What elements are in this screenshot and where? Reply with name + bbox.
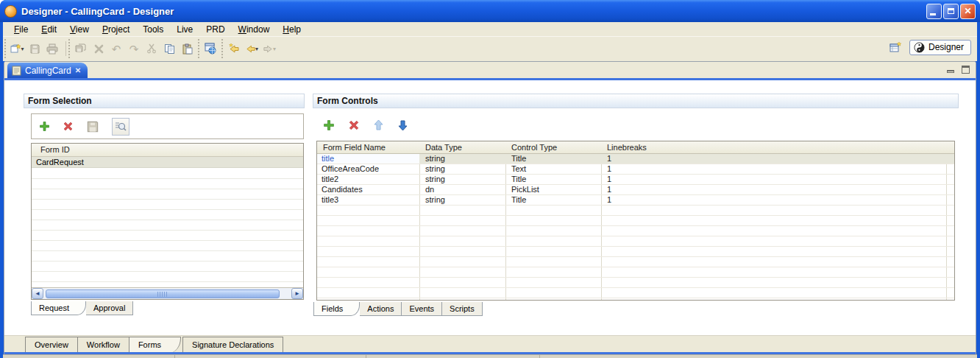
tab-forms[interactable]: Forms	[129, 337, 181, 353]
column-header-linebreaks[interactable]: Linebreaks	[601, 141, 954, 153]
new-wizard-icon	[10, 43, 21, 55]
delete-form-button[interactable]	[63, 121, 74, 132]
app-window: Designer - CallingCard - Designer ✕ File…	[0, 0, 980, 358]
last-edit-location-button[interactable]	[225, 40, 243, 57]
tab-events[interactable]: Events	[402, 302, 442, 316]
tab-overview[interactable]: Overview	[25, 337, 78, 353]
cell-control-type[interactable]: Title	[505, 154, 601, 164]
paste-button[interactable]	[178, 40, 196, 57]
save-all-button[interactable]	[72, 40, 90, 57]
undo-button[interactable]: ↶	[107, 40, 125, 57]
cell-linebreaks[interactable]: 1	[601, 164, 954, 174]
paste-icon	[182, 43, 193, 55]
cell-linebreaks[interactable]: 1	[601, 195, 954, 205]
preview-form-button[interactable]	[112, 118, 129, 136]
menu-item-tools[interactable]: Tools	[136, 24, 170, 35]
move-down-button[interactable]	[397, 119, 408, 131]
table-row-title3[interactable]: title3 string Title 1	[317, 195, 954, 206]
table-row-title[interactable]: title string Title 1	[317, 154, 954, 164]
column-header-form-field-name[interactable]: Form Field Name	[317, 141, 419, 153]
redo-button[interactable]: ↷	[125, 40, 143, 57]
delete-button[interactable]	[90, 40, 107, 57]
cell-control-type[interactable]: Title	[505, 175, 601, 184]
tab-close-icon[interactable]: ✕	[75, 66, 81, 74]
tab-workflow[interactable]: Workflow	[78, 337, 129, 353]
maximize-icon	[948, 8, 954, 14]
undo-icon: ↶	[112, 43, 121, 55]
cell-linebreaks[interactable]: 1	[601, 154, 954, 164]
cell-field-name[interactable]: title3	[317, 195, 419, 205]
cell-linebreaks[interactable]: 1	[601, 185, 954, 194]
form-controls-header: Form Controls	[313, 94, 959, 108]
new-dropdown-caret[interactable]: ▾	[21, 46, 24, 52]
form-id-column-header[interactable]: Form ID	[32, 144, 303, 157]
form-selection-header: Form Selection	[24, 94, 305, 108]
back-button[interactable]: ▾	[243, 40, 260, 57]
cell-linebreaks[interactable]: 1	[601, 175, 954, 184]
tab-actions[interactable]: Actions	[360, 302, 402, 316]
cell-data-type[interactable]: dn	[419, 185, 505, 194]
minimize-view-icon[interactable]	[947, 70, 954, 73]
table-row-cardrequest[interactable]: CardRequest	[32, 157, 303, 168]
cell-field-name[interactable]: OfficeAreaCode	[317, 164, 419, 174]
cell-field-name[interactable]: title	[317, 154, 419, 164]
horizontal-scrollbar[interactable]: ◄ ►	[32, 287, 303, 299]
cut-button[interactable]	[143, 40, 160, 57]
menu-item-window[interactable]: Window	[232, 24, 277, 35]
scroll-left-button[interactable]: ◄	[32, 288, 43, 299]
menu-item-file[interactable]: File	[7, 24, 35, 35]
table-row-officeareacode[interactable]: OfficeAreaCode string Text 1	[317, 164, 954, 175]
menu-item-prd[interactable]: PRD	[199, 24, 231, 35]
new-wizard-button[interactable]: ▾	[8, 40, 26, 57]
open-web-browser-button[interactable]	[202, 40, 219, 57]
menu-item-help[interactable]: Help	[276, 24, 308, 35]
app-icon	[4, 5, 17, 18]
delete-field-button[interactable]	[348, 119, 360, 131]
print-icon	[46, 43, 58, 55]
table-row-title2[interactable]: title2 string Title 1	[317, 175, 954, 185]
table-row-candidates[interactable]: Candidates dn PickList 1	[317, 185, 954, 195]
move-up-button[interactable]	[373, 119, 384, 131]
menu-item-project[interactable]: Project	[96, 24, 136, 35]
copy-button[interactable]	[160, 40, 178, 57]
cell-field-name[interactable]: title2	[317, 175, 419, 184]
minimize-button[interactable]	[926, 4, 942, 19]
back-dropdown-caret[interactable]: ▾	[255, 46, 258, 52]
cell-data-type[interactable]: string	[419, 164, 505, 174]
forward-dropdown-caret[interactable]: ▾	[273, 46, 276, 52]
tab-approval[interactable]: Approval	[86, 301, 133, 315]
forward-button[interactable]: ▾	[260, 40, 278, 57]
tab-fields[interactable]: Fields	[313, 302, 360, 316]
cell-data-type[interactable]: string	[419, 154, 505, 164]
cell-control-type[interactable]: Text	[505, 164, 601, 174]
add-field-button[interactable]	[323, 119, 335, 131]
menu-item-view[interactable]: View	[63, 24, 96, 35]
print-button[interactable]	[43, 40, 61, 57]
redo-icon: ↷	[129, 43, 139, 55]
tab-callingcard[interactable]: CallingCard ✕	[7, 63, 88, 78]
cell-control-type[interactable]: Title	[505, 195, 601, 205]
save-button[interactable]	[26, 40, 43, 57]
column-header-control-type[interactable]: Control Type	[505, 141, 601, 153]
scroll-right-button[interactable]: ►	[291, 288, 303, 299]
add-form-button[interactable]	[39, 121, 50, 132]
maximize-view-icon[interactable]	[962, 66, 970, 74]
menu-item-live[interactable]: Live	[170, 24, 199, 35]
menu-item-edit[interactable]: Edit	[35, 24, 63, 35]
maximize-button[interactable]	[943, 4, 959, 19]
cell-data-type[interactable]: string	[419, 195, 505, 205]
scrollbar-thumb[interactable]	[46, 289, 280, 298]
close-button[interactable]: ✕	[960, 4, 976, 19]
open-perspective-button[interactable]	[887, 38, 905, 56]
cell-data-type[interactable]: string	[419, 175, 505, 184]
designer-perspective-button[interactable]: Designer	[909, 40, 971, 55]
menu-bar: File Edit View Project Tools Live PRD Wi…	[3, 22, 977, 36]
tab-scripts[interactable]: Scripts	[442, 302, 483, 316]
column-header-data-type[interactable]: Data Type	[419, 141, 505, 153]
cell-control-type[interactable]: PickList	[505, 185, 601, 194]
tab-signature-declarations[interactable]: Signature Declarations	[182, 337, 283, 353]
editor-tab-strip: CallingCard ✕	[4, 62, 976, 80]
tab-request[interactable]: Request	[31, 301, 86, 315]
cell-field-name[interactable]: Candidates	[317, 185, 419, 194]
save-form-button[interactable]	[86, 120, 99, 133]
